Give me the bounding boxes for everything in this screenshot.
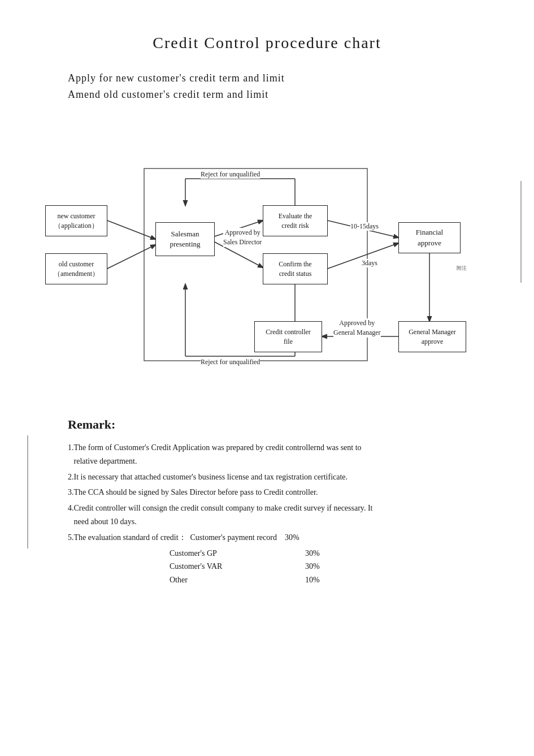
subtitle-2: Amend old customer's credit term and lim…	[68, 89, 500, 101]
svg-line-1	[107, 221, 155, 239]
general-manager-box: General Managerapprove	[398, 321, 466, 352]
eval-pct-2: 30%	[305, 547, 333, 560]
salesman-box: Salesmanpresenting	[155, 222, 215, 256]
days-3-label: 3days	[362, 259, 377, 267]
credit-controller-box: Credit controllerfile	[254, 321, 322, 352]
eval-table: Customer's GP 30% Customer's VAR 30% Oth…	[170, 547, 500, 587]
approved-sales-label: Approved bySales Director	[223, 228, 262, 247]
eval-pct-3: 30%	[305, 560, 333, 573]
old-customer-box: old customer（amendment）	[45, 253, 107, 284]
svg-line-2	[107, 245, 155, 269]
flowchart-diagram: new customer（application） old customer（a…	[34, 118, 520, 400]
remark-item-3: 3.The CCA should be signed by Sales Dire…	[68, 486, 500, 499]
days-10-15-label: 10-15days	[350, 222, 379, 231]
subtitle-1: Apply for new customer's credit term and…	[68, 72, 500, 84]
remark-section: Remark: 1.The form of Customer's Credit …	[68, 417, 500, 587]
eval-label-4: Other	[170, 573, 283, 587]
eval-row-3: Customer's VAR 30%	[170, 560, 500, 573]
remark-title: Remark:	[68, 417, 500, 432]
evaluate-box: Evaluate thecredit risk	[263, 205, 328, 236]
right-decoration-bar	[520, 181, 522, 283]
remark-item-2: 2.It is necessary that attached customer…	[68, 470, 500, 484]
eval-pct-4: 10%	[305, 573, 333, 587]
remark-item-1: 1.The form of Customer's Credit Applicat…	[68, 441, 500, 468]
remark-item-5: 5.The evaluation standard of credit： Cus…	[68, 531, 500, 545]
left-decoration-bar	[27, 435, 28, 548]
eval-label-2: Customer's GP	[170, 547, 283, 560]
reject-top-label: Reject for unqualified	[201, 170, 260, 179]
financial-box: Financialapprove	[398, 222, 461, 253]
page-title: Credit Control procedure chart	[34, 34, 500, 52]
financial-small-note: 附注	[457, 265, 467, 272]
remark-list: 1.The form of Customer's Credit Applicat…	[68, 441, 500, 545]
new-customer-box: new customer（application）	[45, 205, 107, 236]
remark-item-4: 4.Credit controller will consign the cre…	[68, 502, 500, 529]
approved-gm-label: Approved byGeneral Manager	[333, 318, 381, 338]
confirm-box: Confirm thecredit status	[263, 253, 328, 284]
reject-bottom-label: Reject for unqualified	[201, 358, 260, 366]
eval-label-3: Customer's VAR	[170, 560, 283, 573]
eval-row-4: Other 10%	[170, 573, 500, 587]
eval-row-2: Customer's GP 30%	[170, 547, 500, 560]
